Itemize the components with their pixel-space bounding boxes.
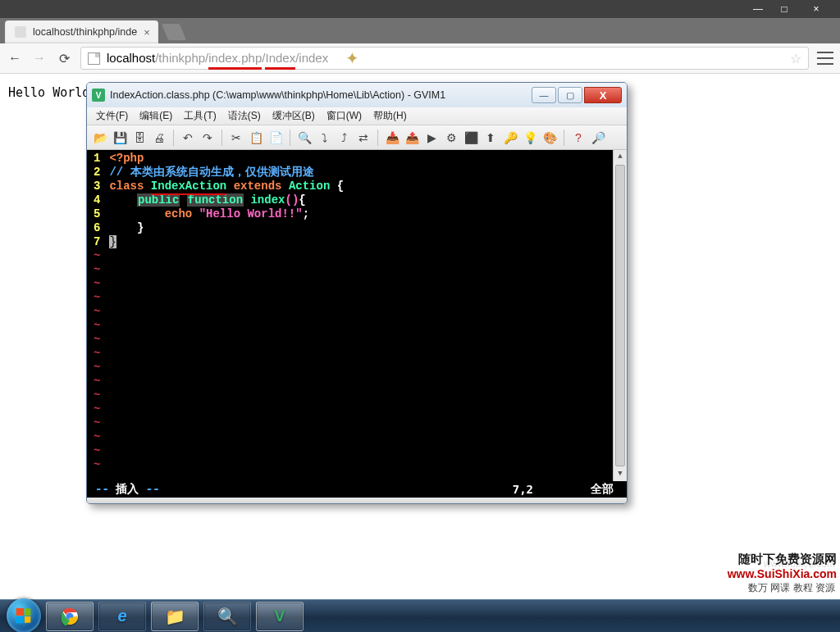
toolbar-separator (221, 130, 222, 146)
chrome-menu-button[interactable] (817, 52, 833, 65)
magnifier-icon: 🔍 (217, 607, 238, 626)
gvim-titlebar[interactable]: V IndexAction.class.php (C:\wamp\www\thi… (87, 83, 627, 107)
cursor: } (109, 235, 116, 248)
cut-icon[interactable]: ✂ (228, 130, 244, 146)
close-icon: X (600, 89, 607, 102)
gvim-menubar: 文件(F) 编辑(E) 工具(T) 语法(S) 缓冲区(B) 窗口(W) 帮助(… (87, 107, 627, 125)
browser-tabstrip: localhost/thinkphp/inde × (0, 18, 840, 43)
scroll-down-icon[interactable]: ▼ (614, 467, 627, 481)
menu-buffers[interactable]: 缓冲区(B) (267, 107, 321, 125)
toolbar-separator (377, 130, 378, 146)
new-tab-button[interactable] (162, 24, 186, 40)
code-area[interactable]: <?php // 本类由系统自动生成，仅供测试用途 class IndexAct… (109, 150, 627, 481)
taskbar-item-magnifier[interactable]: 🔍 (203, 602, 251, 631)
gvim-toolbar: 📂 💾 🗄 🖨 ↶ ↷ ✂ 📋 📄 🔍 ⤵ ⤴ ⇄ 📥 📤 ▶ ⚙ ⬛ ⬆ 🔑 … (87, 125, 627, 150)
taskbar-item-chrome[interactable] (46, 602, 94, 631)
open-icon[interactable]: 📂 (92, 130, 108, 146)
gvim-minimize-button[interactable]: — (532, 87, 556, 103)
gvim-close-button[interactable]: X (584, 87, 622, 103)
start-button[interactable] (7, 598, 41, 633)
gvim-window-buttons: — ▢ X (532, 87, 622, 103)
url-text: localhost/thinkphp/index.php/Index/index (107, 51, 328, 66)
close-icon: × (813, 3, 819, 15)
watermark: 随时下免费资源网 www.SuiShiXia.com 数万 网课 教程 资源 (728, 552, 837, 596)
key-icon[interactable]: 🔑 (502, 130, 518, 146)
window-minimize-button[interactable]: — (745, 0, 771, 18)
reload-button[interactable]: ⟳ (56, 50, 72, 66)
os-window-titlebar: — □ × (0, 0, 840, 18)
replace-icon[interactable]: ⇄ (355, 130, 372, 146)
save-all-icon[interactable]: 🗄 (131, 130, 148, 146)
back-button[interactable]: ← (7, 50, 23, 66)
help-icon[interactable]: ? (570, 130, 587, 146)
find-icon[interactable]: 🔍 (296, 130, 313, 146)
tag-jump-icon[interactable]: ⬆ (482, 130, 499, 146)
gvim-editor[interactable]: 1 2 3 4 5 6 7 ~ ~ ~ ~ ~ ~ ~ ~ ~ ~ ~ ~ ~ … (87, 150, 627, 481)
status-mode: -- 插入 -- (95, 482, 160, 497)
status-percent: 全部 (591, 482, 614, 497)
scroll-up-icon[interactable]: ▲ (614, 150, 627, 164)
arrow-left-icon: ← (8, 51, 21, 66)
taskbar-item-gvim[interactable]: V (256, 602, 304, 631)
windows-taskbar: e 📁 🔍 V (0, 599, 840, 632)
browser-toolbar: ← → ⟳ localhost/thinkphp/index.php/Index… (0, 43, 840, 74)
maximize-icon: □ (781, 3, 787, 15)
reload-icon: ⟳ (59, 51, 70, 66)
make-icon[interactable]: ⚙ (443, 130, 459, 146)
menu-window[interactable]: 窗口(W) (321, 107, 368, 125)
menu-edit[interactable]: 编辑(E) (134, 107, 178, 125)
ie-icon: e (117, 607, 126, 625)
redo-icon[interactable]: ↷ (199, 130, 216, 146)
run-script-icon[interactable]: ▶ (423, 130, 440, 146)
search-help-icon[interactable]: 🔎 (590, 130, 606, 146)
taskbar-item-explorer[interactable]: 📁 (151, 602, 199, 631)
menu-tools[interactable]: 工具(T) (178, 107, 221, 125)
window-maximize-button[interactable]: □ (771, 0, 797, 18)
toolbar-separator (290, 130, 290, 146)
taskbar-item-ie[interactable]: e (98, 602, 146, 631)
minimize-icon: — (753, 3, 763, 15)
save-session-icon[interactable]: 📤 (404, 130, 420, 146)
arrow-right-icon: → (33, 51, 46, 66)
find-prev-icon[interactable]: ⤴ (336, 130, 352, 146)
gvim-app-icon: V (92, 89, 105, 102)
gvim-maximize-button[interactable]: ▢ (558, 87, 582, 103)
paste-icon[interactable]: 📄 (267, 130, 284, 146)
shell-icon[interactable]: ⬛ (463, 130, 479, 146)
copy-icon[interactable]: 📋 (248, 130, 264, 146)
print-icon[interactable]: 🖨 (151, 130, 167, 146)
windows-logo-icon (16, 607, 31, 623)
gvim-icon: V (274, 607, 285, 625)
forward-button[interactable]: → (31, 50, 48, 66)
page-icon (88, 52, 100, 65)
menu-syntax[interactable]: 语法(S) (222, 107, 267, 125)
undo-icon[interactable]: ↶ (180, 130, 196, 146)
menu-help[interactable]: 帮助(H) (368, 107, 413, 125)
line-number-gutter: 1 2 3 4 5 6 7 ~ ~ ~ ~ ~ ~ ~ ~ ~ ~ ~ ~ ~ … (87, 150, 109, 481)
chrome-icon (60, 607, 80, 626)
extension-icon[interactable]: ✦ (335, 48, 369, 69)
tab-close-icon[interactable]: × (144, 26, 150, 39)
find-next-icon[interactable]: ⤵ (316, 130, 332, 146)
watermark-line3: 数万 网课 教程 资源 (728, 580, 837, 596)
tab-favicon (15, 26, 26, 38)
gvim-window: V IndexAction.class.php (C:\wamp\www\thi… (86, 82, 628, 504)
load-session-icon[interactable]: 📥 (384, 130, 400, 146)
menu-file[interactable]: 文件(F) (90, 107, 134, 125)
maximize-icon: ▢ (566, 90, 574, 101)
bookmark-star-icon[interactable]: ☆ (790, 51, 801, 66)
gvim-vertical-scrollbar[interactable]: ▲ ▼ (613, 150, 627, 481)
watermark-line1: 随时下免费资源网 (728, 552, 837, 567)
watermark-line2: www.SuiShiXia.com (728, 567, 837, 580)
address-bar[interactable]: localhost/thinkphp/index.php/Index/index… (80, 47, 809, 70)
light-icon[interactable]: 💡 (522, 130, 538, 146)
save-icon[interactable]: 💾 (112, 130, 128, 146)
url-path: /thinkphp/index.php/Index/index (155, 51, 328, 65)
scroll-thumb[interactable] (615, 165, 625, 466)
window-close-button[interactable]: × (797, 0, 835, 18)
status-position: 7,2 (513, 483, 533, 496)
toolbar-separator (173, 130, 174, 146)
paint-icon[interactable]: 🎨 (541, 130, 558, 146)
browser-tab-active[interactable]: localhost/thinkphp/inde × (5, 20, 158, 43)
gvim-title-text: IndexAction.class.php (C:\wamp\www\think… (110, 89, 527, 101)
